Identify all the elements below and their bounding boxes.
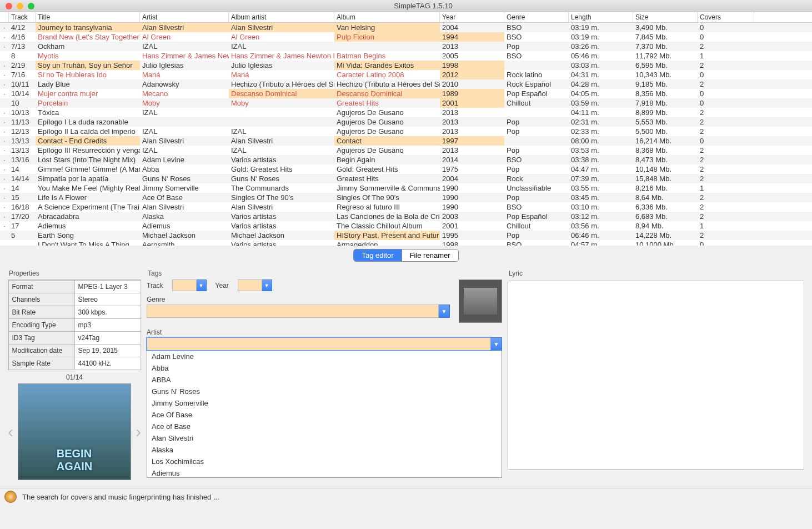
embedded-art-thumb[interactable] [459,280,502,323]
track-input[interactable] [172,280,197,291]
artist-dropdown-list[interactable]: Adam LevineAbbaABBAGuns N' RosesJimmy So… [147,350,502,478]
year-input[interactable] [238,280,262,291]
artist-option[interactable]: Jimmy Somerville [147,397,502,409]
column-header[interactable]: Length [569,12,633,22]
table-row[interactable]: ·10/14Mujer contra mujerMecanoDescanso D… [0,89,812,98]
cell-albumartist: Al Green [229,32,334,42]
cover-prev-button[interactable]: ‹ [8,422,13,441]
table-row[interactable]: ·11/13Epílogo I La duda razonableAgujero… [0,117,812,127]
cell-artist: Julio Iglesias [140,61,229,70]
cell-track: 10 [9,98,36,108]
table-row[interactable]: ·16/18A Science Experiment (The TraiAlan… [0,202,812,212]
table-row[interactable]: ·7/16Si no Te Hubieras IdoManáManáCaract… [0,70,812,79]
table-row[interactable]: ·4/16Brand New (Let's Stay Together)Al G… [0,32,812,42]
cell-artist: Alan Silvestri [140,23,229,32]
column-header[interactable]: Genre [504,12,569,22]
genre-input[interactable] [147,305,439,318]
cell-album: Jimmy Sommerville & Communa [334,183,440,193]
cell-genre: Pop Español [504,89,569,98]
cell-title: Epílogo I La duda razonable [36,117,140,127]
table-row[interactable]: ·15Life Is A FlowerAce Of BaseSingles Of… [0,193,812,202]
cell-covers: 2 [698,155,754,164]
artist-option[interactable]: Adiemus [147,467,502,478]
chevron-down-icon[interactable]: ▼ [491,337,502,351]
close-window-button[interactable] [6,3,12,9]
cell-covers: 2 [698,212,754,221]
table-row[interactable]: ·13/13Epílogo III Resurrección y vengaIZ… [0,146,812,155]
table-row[interactable]: ·7/13OckhamIZALIZAL2013Pop03:26 m.7,370 … [0,42,812,51]
table-row[interactable]: I Don't Want To Miss A ThingAerosmithVar… [0,240,812,246]
artist-input[interactable] [147,337,491,351]
cell-dot [0,98,9,108]
tab-tag-editor[interactable]: Tag editor [354,249,402,261]
column-header[interactable]: Size [633,12,698,22]
column-header[interactable]: Album [334,12,440,22]
lyric-textarea[interactable] [508,281,804,470]
cover-next-button[interactable]: › [136,422,141,441]
table-row[interactable]: ·14Gimme! Gimme! Gimme! (A ManAbbaGold: … [0,164,812,174]
table-row[interactable]: ·17/20AbracadabraAlaskaVarios artistasLa… [0,212,812,221]
table-row[interactable]: 10PorcelainMobyMobyGreatest Hits2001Chil… [0,98,812,108]
cell-length: 07:39 m. [569,174,633,183]
column-header[interactable]: Covers [698,12,754,22]
cell-albumartist: Michael Jackson [229,231,334,240]
artist-option[interactable]: Ace of Base [147,421,502,432]
chevron-down-icon[interactable]: ▼ [197,280,207,291]
artist-option[interactable]: Alan Silvestri [147,432,502,444]
cell-size: 5,553 Mb. [633,117,698,127]
artist-option[interactable]: ABBA [147,374,502,386]
track-combo[interactable]: ▼ [172,280,207,291]
cell-title: Porcelain [36,98,140,108]
artist-combo[interactable]: ▼ [147,337,502,351]
tab-file-renamer[interactable]: File renamer [402,249,458,261]
artist-label: Artist [147,328,502,336]
table-row[interactable]: ·10/11Lady BlueAdanowskyHechizo (Tributo… [0,79,812,89]
zoom-window-button[interactable] [28,3,34,9]
artist-option[interactable]: Adam Levine [147,351,502,362]
column-header[interactable]: Artist [140,12,229,22]
artist-option[interactable]: Ace Of Base [147,409,502,421]
year-label: Year [215,282,229,290]
table-row[interactable]: ·13/16Lost Stars (Into The Night Mix)Ada… [0,155,812,164]
artist-option[interactable]: Guns N' Roses [147,386,502,397]
cell-genre: Pop Español [504,212,569,221]
cell-albumartist: The Communards [229,183,334,193]
table-row[interactable]: ·4/12Journey to transylvaniaAlan Silvest… [0,23,812,32]
cell-covers: 0 [698,240,754,246]
artist-option[interactable]: Abba [147,362,502,374]
table-row[interactable]: 8MyotisHans Zimmer & James NewHans Zimme… [0,51,812,61]
status-text: The search for covers and music fingerpr… [22,493,219,501]
genre-combo[interactable]: ▼ [147,305,450,318]
column-header[interactable]: Album artist [229,12,334,22]
artist-option[interactable]: Los Xochimilcas [147,456,502,467]
table-row[interactable]: 5Earth SongMichael JacksonMichael Jackso… [0,231,812,240]
minimize-window-button[interactable] [17,3,23,9]
genre-label: Genre [147,296,450,303]
properties-title: Properties [8,267,141,280]
cell-genre: Pop [504,42,569,51]
cell-covers: 2 [698,127,754,136]
table-row[interactable]: ·12/13Epílogo II La caída del imperioIZA… [0,127,812,136]
cell-album: Mi Vida: Grandes Exitos [334,61,440,70]
cell-dot [0,240,9,246]
cell-track: 17/20 [9,212,36,221]
column-header[interactable]: Title [36,12,140,22]
table-row[interactable]: ·14/14Simpatía por la apatíaGuns N' Rose… [0,174,812,183]
table-row[interactable]: ·13/13Contact - End CreditsAlan Silvestr… [0,136,812,146]
cell-dot: · [0,212,9,221]
column-header[interactable] [0,12,9,22]
table-row[interactable]: ·10/13TóxicaIZALAgujeros De Gusano201304… [0,108,812,117]
table-row[interactable]: ·2/19Soy un Truhán, Soy un SeñorJulio Ig… [0,61,812,70]
year-combo[interactable]: ▼ [238,280,272,291]
table-row[interactable]: ·14You Make Me Feel (Mighty Real)Jimmy S… [0,183,812,193]
artist-option[interactable]: Alaska [147,444,502,456]
chevron-down-icon[interactable]: ▼ [262,280,272,291]
table-row[interactable]: ·17AdiemusAdiemusVarios artistasThe Clas… [0,221,812,231]
property-key: Modification date [8,344,75,357]
cell-genre: Pop [504,164,569,174]
cell-genre: Pop [504,193,569,202]
chevron-down-icon[interactable]: ▼ [439,305,450,318]
column-header[interactable]: Track [9,12,36,22]
column-header[interactable]: Year [440,12,504,22]
cover-art[interactable]: BEGINAGAIN [18,383,131,480]
